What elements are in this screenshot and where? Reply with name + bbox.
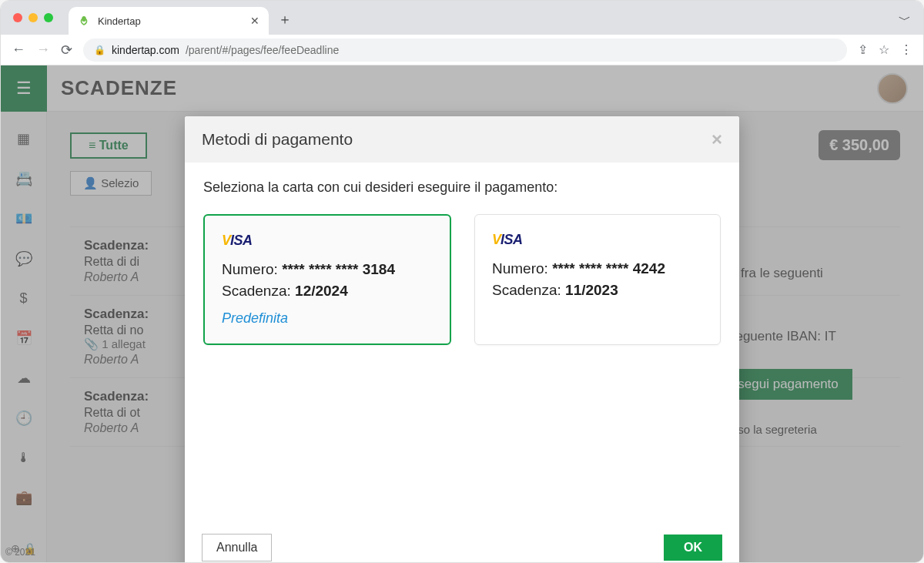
back-button[interactable]: ← [12,42,25,58]
minimize-window-button[interactable] [28,13,38,22]
browser-window: Kindertap ✕ ＋ ﹀ ← → ⟳ 🔒 kindertap.com/pa… [0,0,924,563]
payment-card-option[interactable]: VISA Numero: **** **** **** 3184 Scadenz… [203,214,451,345]
modal-backdrop[interactable]: Metodi di pagamento × Seleziona la carta… [1,65,923,562]
app-root: ☰ SCADENZE ▦ 📇 💶 💬 $ 📅 ☁ 🕘 🌡 💼 ⊕ 🔒 ≡ T [1,65,923,562]
url-path: /parent/#/pages/fee/feeDeadline [186,44,339,56]
maximize-window-button[interactable] [44,13,53,22]
card-expiry-row: Scadenza: 12/2024 [222,283,433,300]
card-default-label: Predefinita [222,310,433,327]
tabs-expand-icon[interactable]: ﹀ [899,12,911,28]
share-icon[interactable]: ⇪ [858,42,868,57]
lock-icon: 🔒 [94,45,105,55]
forward-button: → [36,42,50,58]
close-window-button[interactable] [13,13,22,22]
payment-card-option[interactable]: VISA Numero: **** **** **** 4242 Scadenz… [474,214,721,345]
address-bar: ← → ⟳ 🔒 kindertap.com/parent/#/pages/fee… [1,35,923,65]
card-expiry-row: Scadenza: 11/2023 [492,282,703,299]
more-menu-icon[interactable]: ⋮ [900,42,912,57]
tab-close-button[interactable]: ✕ [250,15,259,27]
card-number-row: Numero: **** **** **** 4242 [492,260,703,277]
card-brand-visa-icon: VISA [492,232,703,248]
tab-title: Kindertap [98,15,141,27]
tab-strip: Kindertap ✕ ＋ ﹀ [1,1,923,35]
ok-button[interactable]: OK [664,535,722,561]
card-number-row: Numero: **** **** **** 3184 [222,261,433,278]
modal-body: Seleziona la carta con cui desideri eseg… [185,163,739,523]
bookmark-icon[interactable]: ☆ [879,42,889,57]
payment-methods-modal: Metodi di pagamento × Seleziona la carta… [185,116,739,562]
modal-title: Metodi di pagamento [202,130,353,149]
cancel-button[interactable]: Annulla [202,534,272,561]
modal-instruction: Seleziona la carta con cui desideri eseg… [203,179,721,196]
card-brand-visa-icon: VISA [222,233,433,249]
new-tab-button[interactable]: ＋ [278,10,292,28]
tab-favicon-icon [78,15,90,27]
url-domain: kindertap.com [112,44,179,56]
url-field[interactable]: 🔒 kindertap.com/parent/#/pages/fee/feeDe… [83,39,847,62]
browser-tab[interactable]: Kindertap ✕ [69,7,269,35]
modal-close-button[interactable]: × [711,129,722,150]
reload-button[interactable]: ⟳ [61,42,72,59]
window-controls [13,13,53,22]
modal-footer: Annulla OK [185,523,739,562]
modal-header: Metodi di pagamento × [185,116,739,163]
